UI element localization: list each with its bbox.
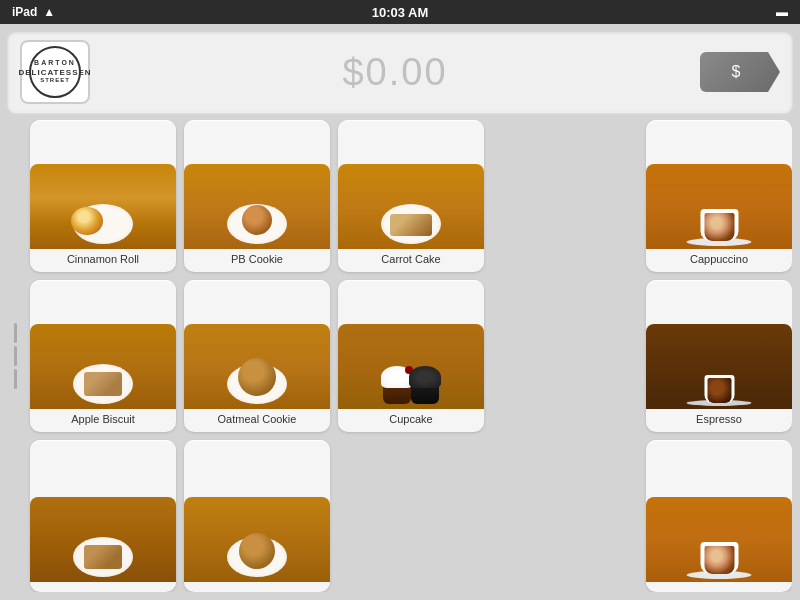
logo-box: BARTON DELICATESSEN STREET bbox=[20, 40, 90, 104]
product-label-carrot-cake: Carrot Cake bbox=[379, 249, 442, 266]
status-left: iPad ▲ bbox=[12, 5, 55, 19]
cup-saucer-2 bbox=[687, 534, 752, 579]
cup-2 bbox=[700, 542, 738, 574]
logo-top: BARTON bbox=[34, 59, 76, 67]
food-item bbox=[239, 533, 275, 569]
product-pb-cookie[interactable]: PB Cookie bbox=[184, 120, 330, 272]
status-time: 10:03 AM bbox=[372, 5, 429, 20]
charge-button[interactable]: $ bbox=[700, 52, 780, 92]
espresso-cup bbox=[687, 356, 752, 406]
handle-line-3 bbox=[14, 369, 17, 389]
product-grid: Cinnamon Roll PB Cookie Carrot Cake bbox=[30, 120, 792, 592]
product-cinnamon-roll[interactable]: Cinnamon Roll bbox=[30, 120, 176, 272]
product-label-cupcake: Cupcake bbox=[387, 409, 434, 426]
product-label-oatmeal-cookie: Oatmeal Cookie bbox=[216, 409, 299, 426]
product-label-apple-biscuit: Apple Biscuit bbox=[69, 409, 137, 426]
food-item bbox=[84, 372, 122, 396]
food-item bbox=[71, 207, 103, 235]
main-container: BARTON DELICATESSEN STREET $0.00 $ bbox=[0, 24, 800, 600]
product-cappuccino[interactable]: Cappuccino bbox=[646, 120, 792, 272]
product-label-cinnamon-roll: Cinnamon Roll bbox=[65, 249, 141, 266]
product-label-espresso: Espresso bbox=[694, 409, 744, 426]
product-label-pb-cookie: PB Cookie bbox=[229, 249, 285, 266]
handle-line-2 bbox=[14, 346, 17, 366]
oatmeal-cookie-image bbox=[184, 324, 330, 409]
latte-art-2 bbox=[704, 546, 734, 574]
logo-mid: DELICATESSEN bbox=[18, 68, 91, 78]
product-row3-1[interactable] bbox=[30, 440, 176, 592]
cupcake-vis bbox=[376, 329, 446, 404]
logo-bot: STREET bbox=[40, 77, 70, 84]
row3-2-image bbox=[184, 497, 330, 582]
dollar-sign-icon: $ bbox=[732, 63, 741, 81]
pb-cookie-image bbox=[184, 164, 330, 249]
ipad-label: iPad bbox=[12, 5, 37, 19]
handle-line-1 bbox=[14, 323, 17, 343]
product-empty-1 bbox=[492, 120, 638, 272]
battery-icon: ▬ bbox=[776, 5, 788, 19]
latte-art bbox=[704, 213, 734, 241]
cup-frosting-2 bbox=[409, 366, 441, 388]
food-item bbox=[238, 358, 276, 396]
product-label-cappuccino: Cappuccino bbox=[688, 249, 750, 266]
cappuccino-image bbox=[646, 164, 792, 249]
cup bbox=[700, 209, 738, 241]
product-row3-empty-1 bbox=[338, 440, 484, 592]
cupcake-image bbox=[338, 324, 484, 409]
row3-cappuccino-image bbox=[646, 497, 792, 582]
product-apple-biscuit[interactable]: Apple Biscuit bbox=[30, 280, 176, 432]
product-label-row3-1 bbox=[101, 582, 105, 586]
product-oatmeal-cookie[interactable]: Oatmeal Cookie bbox=[184, 280, 330, 432]
wifi-icon: ▲ bbox=[43, 5, 55, 19]
row3-1-image bbox=[30, 497, 176, 582]
product-espresso[interactable]: Espresso bbox=[646, 280, 792, 432]
product-carrot-cake[interactable]: Carrot Cake bbox=[338, 120, 484, 272]
espresso-image bbox=[646, 324, 792, 409]
espresso-liquid bbox=[707, 378, 731, 403]
header-bar: BARTON DELICATESSEN STREET $0.00 $ bbox=[8, 32, 792, 112]
food-item bbox=[390, 214, 432, 236]
status-right: ▬ bbox=[776, 5, 788, 19]
status-bar: iPad ▲ 10:03 AM ▬ bbox=[0, 0, 800, 24]
product-cupcake[interactable]: Cupcake bbox=[338, 280, 484, 432]
product-label-row3-2 bbox=[255, 582, 259, 586]
products-area: Cinnamon Roll PB Cookie Carrot Cake bbox=[8, 120, 792, 592]
cinnamon-roll-image bbox=[30, 164, 176, 249]
handle-lines bbox=[14, 323, 17, 389]
product-row3-empty-2 bbox=[492, 440, 638, 592]
product-label-row3-cappuccino bbox=[717, 582, 721, 586]
espresso-cup-inner bbox=[704, 375, 734, 403]
carrot-cake-image bbox=[338, 164, 484, 249]
food-item bbox=[242, 205, 272, 235]
product-row3-2[interactable] bbox=[184, 440, 330, 592]
side-handle bbox=[8, 120, 22, 592]
logo-circle: BARTON DELICATESSEN STREET bbox=[29, 46, 81, 98]
product-row3-cappuccino[interactable] bbox=[646, 440, 792, 592]
food-item bbox=[84, 545, 122, 569]
apple-biscuit-image bbox=[30, 324, 176, 409]
price-display: $0.00 bbox=[102, 51, 688, 94]
cup-saucer bbox=[687, 201, 752, 246]
product-empty-2 bbox=[492, 280, 638, 432]
